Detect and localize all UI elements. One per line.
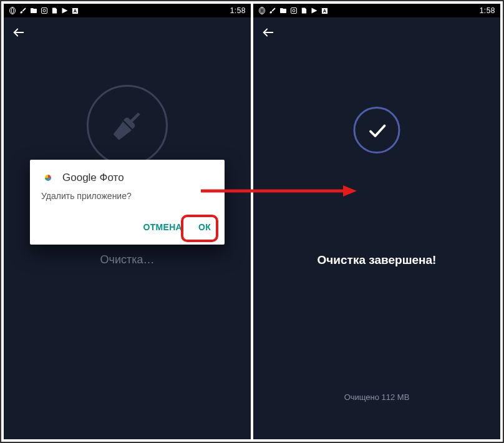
google-photos-icon bbox=[41, 171, 55, 185]
ok-button[interactable]: ОК bbox=[196, 218, 213, 236]
svg-point-8 bbox=[261, 8, 263, 14]
svg-rect-2 bbox=[42, 8, 47, 14]
cleaning-status-text: Очистка… bbox=[4, 253, 251, 266]
app-a-icon: A bbox=[72, 7, 79, 14]
svg-point-10 bbox=[293, 9, 295, 12]
screenshot-after: A 1:58 Очистка завершена! Очищено 112 MB bbox=[253, 4, 500, 439]
svg-point-1 bbox=[11, 8, 14, 14]
folder-icon bbox=[30, 7, 37, 14]
app-a-icon: A bbox=[321, 7, 328, 14]
broom-icon bbox=[110, 109, 145, 143]
opera-icon bbox=[9, 7, 16, 14]
svg-point-7 bbox=[259, 7, 265, 14]
opera-icon bbox=[258, 7, 266, 14]
svg-rect-9 bbox=[291, 8, 297, 14]
dialog-app-name: Google Фото bbox=[62, 172, 124, 184]
file-icon bbox=[301, 7, 308, 14]
camera-icon bbox=[290, 7, 298, 14]
svg-point-0 bbox=[10, 7, 16, 14]
done-status-text: Очистка завершена! bbox=[253, 253, 500, 267]
status-bar: A 1:58 bbox=[253, 4, 500, 17]
status-bar: A 1:58 bbox=[4, 4, 251, 17]
svg-text:A: A bbox=[323, 8, 327, 14]
svg-text:A: A bbox=[74, 8, 77, 14]
cancel-button[interactable]: ОТМЕНА bbox=[140, 218, 184, 236]
back-button[interactable] bbox=[11, 25, 26, 40]
status-time: 1:58 bbox=[230, 6, 246, 15]
done-indicator bbox=[354, 107, 400, 153]
camera-icon bbox=[41, 7, 48, 14]
status-time: 1:58 bbox=[480, 6, 495, 15]
back-arrow-icon bbox=[261, 26, 275, 39]
back-arrow-icon bbox=[12, 26, 26, 39]
folder-icon bbox=[279, 7, 287, 14]
back-button[interactable] bbox=[261, 25, 276, 40]
file-icon bbox=[51, 7, 58, 14]
svg-point-3 bbox=[43, 9, 46, 12]
brush-icon bbox=[19, 7, 27, 14]
screenshot-before: A 1:58 Очистка… Google Фото Удалить прил… bbox=[4, 4, 251, 439]
check-icon bbox=[366, 119, 388, 142]
play-icon bbox=[311, 7, 318, 14]
status-icons-left: A bbox=[9, 7, 79, 14]
app-bar bbox=[253, 17, 500, 47]
uninstall-dialog: Google Фото Удалить приложение? ОТМЕНА О… bbox=[30, 160, 225, 245]
app-bar bbox=[4, 17, 251, 47]
brush-icon bbox=[269, 7, 276, 14]
status-icons-left: A bbox=[258, 7, 328, 14]
dialog-message: Удалить приложение? bbox=[41, 191, 213, 201]
cleaning-indicator bbox=[87, 85, 168, 166]
play-icon bbox=[61, 7, 69, 14]
cleaned-amount-text: Очищено 112 MB bbox=[253, 392, 500, 402]
